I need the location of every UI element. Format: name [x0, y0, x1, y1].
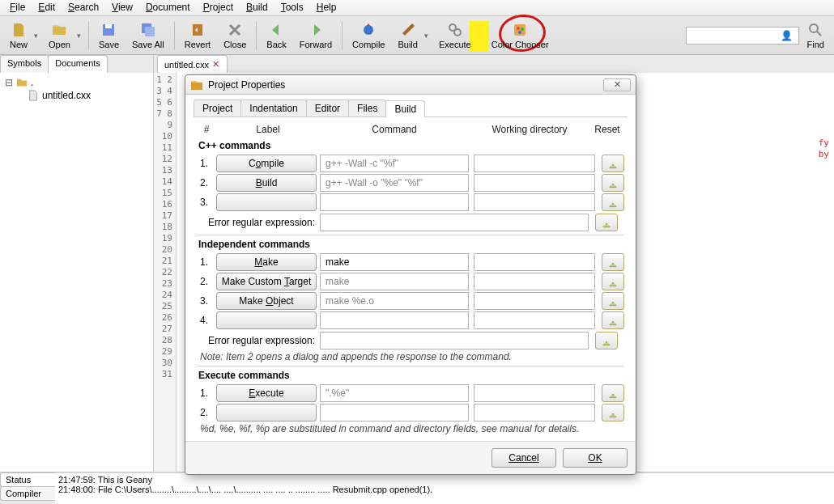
ok-button[interactable]: OK	[563, 448, 628, 468]
save-all-button[interactable]: Save All	[126, 18, 171, 53]
open-button[interactable]: Open	[42, 18, 77, 53]
file-tab[interactable]: untitled.cxx ✕	[157, 55, 228, 73]
color-chooser-icon	[512, 22, 528, 38]
menu-tools[interactable]: Tools	[274, 0, 310, 15]
project-icon	[190, 78, 203, 91]
command-input[interactable]	[320, 253, 469, 271]
tree-root[interactable]: ⊟ .	[5, 76, 148, 89]
command-input[interactable]	[320, 155, 469, 172]
compile-icon	[360, 22, 377, 38]
svg-point-5	[517, 27, 520, 30]
command-input[interactable]	[320, 193, 469, 211]
execute-button[interactable]: Execute	[432, 18, 478, 53]
toolbar-label: New	[10, 40, 28, 49]
compile-button[interactable]: Compile	[346, 18, 391, 53]
find-button[interactable]: Find	[801, 18, 831, 53]
reset-button[interactable]	[595, 214, 618, 231]
command-input[interactable]	[320, 311, 469, 329]
command-input[interactable]	[320, 404, 469, 421]
forward-button[interactable]: Forward	[293, 18, 338, 53]
sidebar-tab-documents[interactable]: Documents	[48, 55, 108, 73]
new-icon	[11, 22, 27, 38]
working-dir-input[interactable]	[474, 155, 595, 172]
color-chooser-button[interactable]: Color Chooser	[485, 18, 555, 53]
reset-button[interactable]	[602, 253, 624, 271]
toolbar-label: Build	[398, 40, 417, 49]
toolbar-separator	[342, 22, 343, 49]
tree-file[interactable]: untitled.cxx	[5, 89, 148, 102]
label-button[interactable]: Make Custom Target	[216, 273, 317, 290]
new-button[interactable]: New	[3, 18, 34, 53]
search-input[interactable]: 👤	[686, 27, 799, 44]
dropdown-arrow-icon[interactable]: ▾	[77, 32, 85, 40]
reset-button[interactable]	[595, 332, 618, 349]
dialog-close-button[interactable]: ✕	[603, 78, 631, 91]
working-dir-input[interactable]	[474, 292, 595, 310]
label-button[interactable]: Make Object	[216, 292, 317, 310]
command-input[interactable]	[320, 273, 469, 290]
dialog-tab-build[interactable]: Build	[385, 100, 425, 117]
reset-button[interactable]	[602, 292, 624, 310]
label-button[interactable]	[216, 311, 317, 329]
revert-icon	[189, 22, 206, 38]
section: Execute commands1.Execute2.%d, %e, %f, %…	[197, 366, 624, 434]
section-title: Execute commands	[198, 370, 624, 381]
menu-view[interactable]: View	[105, 0, 139, 15]
close-tab-icon[interactable]: ✕	[212, 59, 220, 70]
save-button[interactable]: Save	[92, 18, 126, 53]
menu-help[interactable]: Help	[310, 0, 343, 15]
menu-build[interactable]: Build	[240, 0, 274, 15]
sidebar-tabs: SymbolsDocuments	[0, 55, 153, 73]
command-input[interactable]	[320, 292, 469, 310]
working-dir-input[interactable]	[474, 193, 595, 211]
error-regex-input[interactable]	[320, 332, 589, 349]
build-button[interactable]: Build	[391, 18, 423, 53]
reset-button[interactable]	[602, 193, 624, 211]
reset-button[interactable]	[602, 174, 624, 192]
close-button[interactable]: Close	[217, 18, 253, 53]
label-button[interactable]: Execute	[216, 384, 317, 402]
reset-button[interactable]	[602, 311, 624, 329]
working-dir-input[interactable]	[474, 404, 595, 421]
working-dir-input[interactable]	[474, 253, 595, 271]
saveall-icon	[140, 22, 156, 38]
working-dir-input[interactable]	[474, 311, 595, 329]
search-person-icon: 👤	[781, 30, 795, 41]
menu-project[interactable]: Project	[197, 0, 240, 15]
back-button[interactable]: Back	[260, 18, 292, 53]
dropdown-arrow-icon[interactable]: ▾	[424, 32, 432, 40]
message-tab-status[interactable]: Status	[0, 472, 55, 487]
sidebar-tab-symbols[interactable]: Symbols	[0, 55, 49, 73]
dialog-tab-editor[interactable]: Editor	[306, 100, 349, 116]
row-number: 1.	[197, 256, 216, 268]
cancel-button[interactable]: Cancel	[491, 448, 556, 468]
label-button[interactable]	[216, 404, 317, 421]
reset-button[interactable]	[602, 273, 624, 290]
col-num: #	[197, 124, 216, 135]
reset-button[interactable]	[602, 404, 624, 421]
menu-document[interactable]: Document	[139, 0, 197, 15]
label-button[interactable]: Compile	[216, 155, 317, 172]
working-dir-input[interactable]	[474, 174, 595, 192]
reset-button[interactable]	[602, 384, 624, 402]
error-regex-input[interactable]	[320, 214, 589, 231]
dialog-tab-files[interactable]: Files	[348, 100, 386, 116]
label-button[interactable]	[216, 193, 317, 211]
revert-button[interactable]: Revert	[178, 18, 217, 53]
menu-search[interactable]: Search	[62, 0, 105, 15]
dialog-tab-indentation[interactable]: Indentation	[240, 100, 306, 116]
row-number: 2.	[197, 276, 216, 287]
working-dir-input[interactable]	[474, 273, 595, 290]
dialog-tab-project[interactable]: Project	[194, 100, 241, 116]
collapse-icon[interactable]: ⊟	[5, 77, 13, 88]
command-input[interactable]	[320, 384, 469, 402]
menu-file[interactable]: File	[3, 0, 32, 15]
working-dir-input[interactable]	[474, 384, 595, 402]
reset-button[interactable]	[602, 155, 624, 172]
label-button[interactable]: Make	[216, 253, 317, 271]
command-input[interactable]	[320, 174, 469, 192]
menu-edit[interactable]: Edit	[32, 0, 62, 15]
message-tab-compiler[interactable]: Compiler	[0, 486, 55, 501]
dropdown-arrow-icon[interactable]: ▾	[34, 32, 42, 40]
label-button[interactable]: Build	[216, 174, 317, 192]
